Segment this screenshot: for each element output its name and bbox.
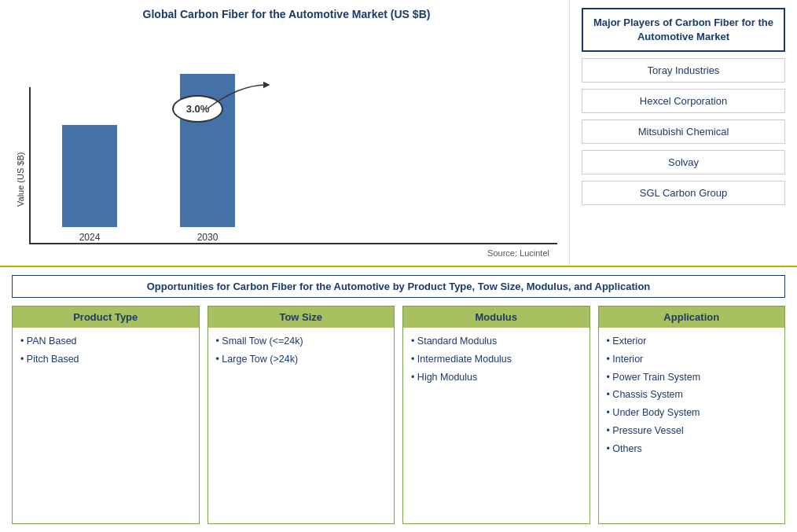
item-intermediate-modulus: Intermediate Modulus — [411, 352, 582, 367]
chart-inner: 3.0% — [29, 87, 557, 258]
annotation-area: 3.0% — [172, 95, 223, 123]
bar-group-2024: 2024 — [62, 125, 117, 243]
item-exterior: Exterior — [607, 334, 777, 349]
column-application: Application Exterior Interior Power Trai… — [598, 306, 786, 524]
column-body-application: Exterior Interior Power Train System Cha… — [599, 328, 785, 523]
right-panel-title: Major Players of Carbon Fiber for the Au… — [582, 8, 785, 52]
column-header-product-type: Product Type — [13, 306, 199, 328]
right-panel: Major Players of Carbon Fiber for the Au… — [569, 0, 797, 266]
column-body-modulus: Standard Modulus Intermediate Modulus Hi… — [403, 328, 589, 523]
bars-container: 3.0% — [29, 87, 557, 244]
bar-label-2030: 2030 — [197, 232, 219, 243]
item-standard-modulus: Standard Modulus — [411, 334, 582, 349]
player-item-0: Toray Industries — [582, 58, 785, 83]
player-item-4: SGL Carbon Group — [582, 181, 785, 205]
column-header-application: Application — [599, 306, 785, 328]
item-large-tow: Large Tow (>24k) — [216, 352, 387, 367]
columns-grid: Product Type PAN Based Pitch Based Tow S… — [12, 306, 785, 524]
y-axis-label: Value (US $B) — [16, 101, 25, 258]
column-header-tow-size: Tow Size — [208, 306, 395, 328]
item-pan-based: PAN Based — [20, 334, 191, 349]
player-item-2: Mitsubishi Chemical — [582, 119, 785, 144]
item-pressure-vessel: Pressure Vessel — [607, 424, 777, 438]
item-interior: Interior — [607, 352, 777, 367]
column-modulus: Modulus Standard Modulus Intermediate Mo… — [402, 306, 590, 524]
bottom-section: Opportunities for Carbon Fiber for the A… — [0, 267, 797, 532]
item-small-tow: Small Tow (<=24k) — [216, 334, 387, 349]
column-header-modulus: Modulus — [403, 306, 589, 328]
column-body-tow-size: Small Tow (<=24k) Large Tow (>24k) — [208, 328, 395, 523]
column-tow-size: Tow Size Small Tow (<=24k) Large Tow (>2… — [208, 306, 395, 524]
column-body-product-type: PAN Based Pitch Based — [13, 328, 199, 523]
item-under-body: Under Body System — [607, 405, 777, 420]
source-label: Source: Lucintel — [29, 248, 557, 258]
main-container: Global Carbon Fiber for the Automotive M… — [0, 0, 797, 532]
annotation-arrow-svg — [208, 81, 270, 112]
player-item-3: Solvay — [582, 150, 785, 174]
bar-2024 — [62, 125, 117, 227]
item-high-modulus: High Modulus — [411, 370, 582, 385]
bottom-section-title: Opportunities for Carbon Fiber for the A… — [12, 275, 785, 298]
item-chassis: Chassis System — [607, 387, 777, 402]
item-others: Others — [607, 442, 777, 457]
top-section: Global Carbon Fiber for the Automotive M… — [0, 0, 797, 267]
item-pitch-based: Pitch Based — [20, 352, 191, 367]
chart-body: Value (US $B) 3.0% — [16, 27, 557, 258]
annotation-value: 3.0% — [186, 103, 210, 115]
column-product-type: Product Type PAN Based Pitch Based — [12, 306, 200, 524]
chart-area: Global Carbon Fiber for the Automotive M… — [0, 0, 569, 266]
item-power-train: Power Train System — [607, 370, 777, 385]
player-item-1: Hexcel Corporation — [582, 89, 785, 113]
chart-title: Global Carbon Fiber for the Automotive M… — [16, 8, 557, 20]
bar-label-2024: 2024 — [79, 232, 101, 243]
